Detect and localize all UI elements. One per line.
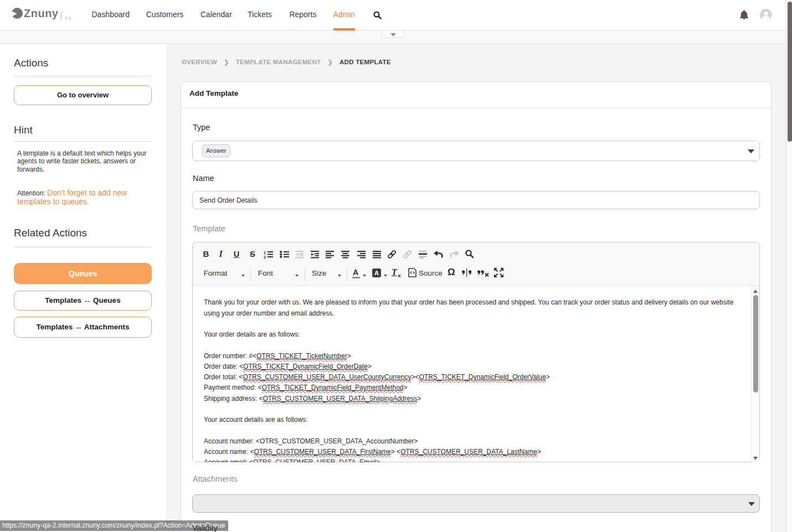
svg-text:2: 2	[264, 255, 266, 259]
